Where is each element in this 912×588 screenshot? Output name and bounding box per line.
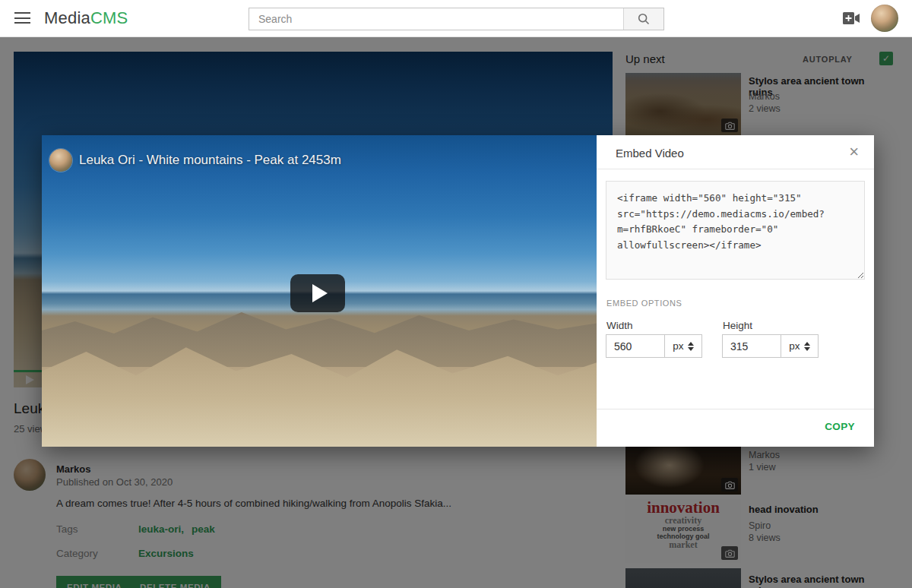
mediacms-logo[interactable]: MediaCMS [44,8,128,28]
top-header: MediaCMS [0,0,912,37]
width-unit-value: px [673,340,683,352]
embed-preview-player[interactable]: Leuka Ori - White mountains - Peak at 24… [42,135,597,447]
search-icon [637,12,651,26]
play-triangle-icon [312,284,328,302]
embed-options-panel: Embed Video × <iframe width="560" height… [597,135,874,447]
search-input[interactable] [249,8,623,30]
embed-code-textarea[interactable]: <iframe width="560" height="315" src="ht… [606,181,865,280]
width-label: Width [606,320,633,331]
upload-media-icon[interactable] [842,11,860,25]
width-unit-select[interactable]: px [665,334,702,358]
preview-author-avatar[interactable] [49,149,72,172]
sort-arrows-icon [804,342,810,351]
mediacms-app: Leuka Ori - White mountains - Peak at 24… [0,0,912,588]
user-avatar[interactable] [871,5,898,32]
width-input[interactable] [606,334,665,358]
height-label: Height [723,320,752,331]
close-icon[interactable]: × [849,143,859,161]
modal-header: Embed Video × [597,135,874,169]
embed-video-modal: Leuka Ori - White mountains - Peak at 24… [42,135,874,447]
height-unit-value: px [789,340,800,352]
search-button[interactable] [623,8,663,30]
preview-play-button[interactable] [290,274,345,312]
copy-button[interactable]: COPY [825,421,855,432]
search-bar [249,8,664,30]
height-input[interactable] [722,334,781,358]
height-field: px [722,334,819,358]
embed-options-label: EMBED OPTIONS [606,299,682,308]
height-unit-select[interactable]: px [781,334,819,358]
width-field: px [606,334,702,358]
sort-arrows-icon [688,342,694,351]
mountain-ridge-far [42,306,597,367]
preview-video-title: Leuka Ori - White mountains - Peak at 24… [79,153,341,168]
hamburger-menu-icon[interactable] [14,12,30,24]
modal-title: Embed Video [616,147,684,160]
modal-footer: COPY [597,409,874,447]
